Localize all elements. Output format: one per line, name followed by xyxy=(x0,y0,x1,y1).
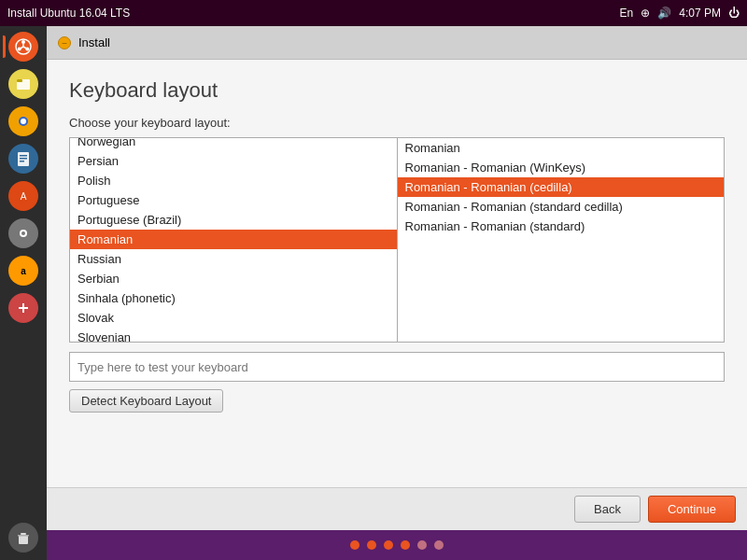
continue-button[interactable]: Continue xyxy=(648,496,736,523)
list-item[interactable]: Portuguese (Brazil) xyxy=(70,210,397,230)
topbar: Install Ubuntu 16.04 LTS En ⊕ 🔊 4:07 PM … xyxy=(0,0,747,26)
window-title: Install xyxy=(78,35,110,49)
progress-dot xyxy=(434,540,444,550)
list-item[interactable]: Slovak xyxy=(70,308,397,328)
instruction-label: Choose your keyboard layout: xyxy=(69,116,725,130)
list-item[interactable]: Russian xyxy=(70,249,397,269)
content-area: – Install Keyboard layout Choose your ke… xyxy=(47,26,747,560)
topbar-right: En ⊕ 🔊 4:07 PM ⏻ xyxy=(620,7,740,20)
progress-dots xyxy=(47,530,747,560)
svg-rect-14 xyxy=(20,158,27,160)
sidebar-icon-files[interactable] xyxy=(7,67,40,101)
list-item[interactable]: Slovenian xyxy=(70,328,397,343)
list-item[interactable]: Romanian - Romanian (cedilla) xyxy=(398,177,725,197)
sidebar-icon-amazon[interactable]: a xyxy=(7,254,40,287)
sidebar: A a xyxy=(0,26,47,560)
main-screen: A a – Install xyxy=(0,26,747,560)
bluetooth-icon: ⊕ xyxy=(641,7,650,20)
sidebar-icon-browser[interactable] xyxy=(7,105,40,138)
progress-dot xyxy=(417,540,427,550)
list-item[interactable]: Norwegian xyxy=(70,137,397,151)
list-item[interactable]: Romanian - Romanian (WinKeys) xyxy=(398,158,725,177)
svg-rect-26 xyxy=(21,533,26,535)
lang-indicator: En xyxy=(620,7,634,20)
power-icon: ⏻ xyxy=(728,7,740,20)
svg-point-11 xyxy=(21,119,26,124)
svg-text:A: A xyxy=(21,191,27,202)
window-titlebar: – Install xyxy=(47,26,747,60)
list-item[interactable]: Romanian - Romanian (standard cedilla) xyxy=(398,197,725,217)
ubuntu-logo xyxy=(8,32,38,62)
sidebar-icon-office[interactable] xyxy=(7,142,40,175)
page-title: Keyboard layout xyxy=(69,78,725,103)
topbar-left: Install Ubuntu 16.04 LTS xyxy=(7,7,130,20)
sidebar-icon-trash[interactable] xyxy=(7,521,40,554)
back-button[interactable]: Back xyxy=(574,496,641,523)
list-item[interactable]: Serbian xyxy=(70,269,397,288)
list-item[interactable]: Romanian - Romanian (standard) xyxy=(398,217,725,236)
window-close-button[interactable]: – xyxy=(58,36,71,49)
svg-rect-27 xyxy=(18,535,29,537)
progress-dot xyxy=(367,540,376,550)
svg-rect-8 xyxy=(17,79,22,82)
progress-dot xyxy=(350,540,359,550)
list-item[interactable]: Romanian xyxy=(70,230,397,249)
sidebar-icon-system[interactable] xyxy=(7,217,40,250)
keyboard-variant-list[interactable]: RomanianRomanian - Romanian (WinKeys)Rom… xyxy=(397,137,726,343)
keyboard-language-list[interactable]: NepaliNorwegianPersianPolishPortuguesePo… xyxy=(69,137,397,343)
progress-dot xyxy=(401,540,410,550)
lists-container: NepaliNorwegianPersianPolishPortuguesePo… xyxy=(69,137,725,343)
topbar-title: Install Ubuntu 16.04 LTS xyxy=(7,7,130,20)
svg-rect-13 xyxy=(20,155,27,157)
svg-point-19 xyxy=(21,231,25,235)
time-display: 4:07 PM xyxy=(679,7,721,20)
list-item[interactable]: Sinhala (phonetic) xyxy=(70,288,397,308)
list-item[interactable]: Romanian xyxy=(398,138,725,158)
sidebar-icon-ubuntu[interactable] xyxy=(7,30,40,63)
progress-dot xyxy=(384,540,393,550)
detect-keyboard-button[interactable]: Detect Keyboard Layout xyxy=(69,389,223,413)
svg-rect-15 xyxy=(20,161,24,162)
keyboard-test-input[interactable] xyxy=(69,352,725,382)
install-content: Keyboard layout Choose your keyboard lay… xyxy=(47,60,747,487)
sidebar-icon-software[interactable]: A xyxy=(7,179,40,213)
list-item[interactable]: Persian xyxy=(70,151,397,171)
list-item[interactable]: Polish xyxy=(70,171,397,190)
sidebar-icon-tools[interactable] xyxy=(7,291,40,325)
svg-text:a: a xyxy=(21,266,26,276)
volume-icon: 🔊 xyxy=(657,7,671,20)
list-item[interactable]: Portuguese xyxy=(70,190,397,210)
bottom-navigation: Back Continue xyxy=(47,487,747,530)
